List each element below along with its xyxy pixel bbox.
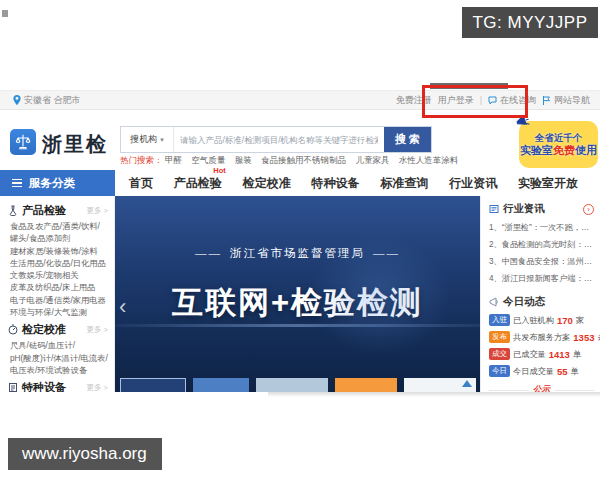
megaphone-icon	[514, 113, 531, 129]
category-link[interactable]: 电压表/环境试验设备	[0, 364, 114, 376]
sidebar-section-product-inspection[interactable]: 产品检验 更多 >	[0, 199, 114, 220]
category-link[interactable]: 食品及农产品/酒类/饮料/	[0, 220, 114, 232]
nav-item-product-inspection[interactable]: 产品检验Hot	[174, 175, 222, 192]
utility-bar: 安徽省 合肥市 免费注册 用户登录 | 在线咨询 网站导航	[0, 90, 600, 110]
hot-term[interactable]: 空气质量	[191, 155, 225, 165]
banner-card[interactable]	[120, 378, 186, 392]
carousel-prev-arrow[interactable]: ‹	[119, 294, 126, 320]
category-link[interactable]: 电子电器/通信类/家用电器	[0, 294, 114, 306]
site-name: 浙里检	[42, 131, 108, 158]
news-item[interactable]: 1、“浙里检”：一次不跑，事事…	[489, 222, 594, 233]
nav-item-calibration[interactable]: 检定校准	[243, 175, 291, 192]
gauge-icon	[8, 324, 18, 335]
nav-item-industry-news[interactable]: 行业资讯	[449, 175, 497, 192]
hero-carousel[interactable]: ——浙江省市场监督管理局—— 互联网+检验检测 ‹	[115, 196, 480, 392]
register-link[interactable]: 免费注册	[396, 94, 432, 107]
banner-cards-row	[120, 378, 476, 392]
stat-row: 今日 今日成交量55单	[489, 365, 594, 377]
banner-card[interactable]	[404, 378, 476, 392]
nav-item-standard-search[interactable]: 标准查询	[380, 175, 428, 192]
category-link[interactable]: 生活用品/化妆品/日化用品	[0, 257, 114, 269]
banner-card[interactable]	[193, 378, 249, 392]
nav-item-special-equipment[interactable]: 特种设备	[311, 175, 359, 192]
nav-item-home[interactable]: 首页	[129, 175, 153, 192]
stat-row: 成交 已成交量1413单	[489, 348, 594, 360]
caret-down-icon: ▾	[160, 136, 164, 144]
stat-badge: 发布	[489, 331, 510, 343]
hot-term[interactable]: 服装	[235, 155, 252, 165]
notice-divider: 公示	[489, 384, 594, 392]
category-link[interactable]: 皮革及纺织品/床上用品	[0, 281, 114, 293]
industry-news-header: 行业资讯 ›	[489, 202, 594, 216]
logo[interactable]	[10, 129, 36, 155]
stat-number: 170	[557, 315, 573, 326]
sidebar-section-special-equipment[interactable]: 特种设备 更多 >	[0, 376, 114, 392]
online-consult-link[interactable]: 在线咨询	[488, 94, 536, 107]
balance-scale-icon	[15, 134, 31, 150]
hot-term[interactable]: 水性人造革涂料	[399, 155, 459, 165]
dash-decoration: ——	[195, 247, 222, 259]
promo-badge[interactable]: 全省近千个 实验室免费使用	[519, 121, 598, 168]
hot-term[interactable]: 甲醛	[165, 155, 182, 165]
news-item[interactable]: 3、中国食品安全报：温州市水…	[489, 256, 594, 267]
search-input[interactable]	[174, 127, 384, 152]
more-link[interactable]: 更多 >	[87, 383, 108, 392]
right-panel: 行业资讯 › 1、“浙里检”：一次不跑，事事… 2、食品检测的高光时刻：明年食……	[480, 196, 600, 392]
dash-decoration: ——	[373, 247, 400, 259]
search-bar: 搜机构 ▾ 搜 索	[120, 126, 432, 153]
flag-icon	[542, 96, 551, 105]
more-link[interactable]: 更多 >	[87, 325, 108, 335]
promo-line1: 全省近千个	[535, 132, 583, 144]
hot-search-label: 热门搜索：	[120, 155, 163, 165]
stat-number: 1413	[549, 349, 570, 360]
hot-search-row: 热门搜索： 甲醛 空气质量 服装 食品接触用不锈钢制品 儿童家具 水性人造革涂料	[120, 155, 465, 167]
hot-term[interactable]: 食品接触用不锈钢制品	[261, 155, 346, 165]
news-more-arrow[interactable]: ›	[583, 204, 594, 215]
search-button[interactable]: 搜 索	[384, 127, 431, 152]
category-link[interactable]: pH(酸度)计/体温计/电流表/	[0, 352, 114, 364]
flask-icon	[8, 205, 18, 216]
news-item[interactable]: 2、食品检测的高光时刻：明年食…	[489, 239, 594, 250]
location-selector[interactable]: 安徽省 合肥市	[13, 94, 81, 107]
nav-item-lab-open[interactable]: 实验室开放	[518, 175, 578, 192]
category-link[interactable]: 罐头/食品添加剂	[0, 232, 114, 244]
triangle-up-icon	[462, 380, 472, 387]
page-cut-shadow	[268, 392, 600, 397]
service-category-label: 服务分类	[29, 176, 75, 191]
notice-label: 公示	[533, 384, 550, 392]
news-item[interactable]: 4、浙江日报新闻客户端：浙江打…	[489, 273, 594, 284]
stat-badge: 成交	[489, 348, 510, 360]
hot-term[interactable]: 儿童家具	[355, 155, 389, 165]
location-label: 安徽省 合肥市	[24, 94, 81, 107]
utility-divider: |	[480, 95, 482, 105]
banner-headline: 互联网+检验检测	[115, 282, 480, 324]
equipment-icon	[8, 382, 18, 392]
category-link[interactable]: 建材家居/装修装饰/涂料	[0, 245, 114, 257]
banner-org-line: ——浙江省市场监督管理局——	[115, 246, 480, 261]
location-pin-icon	[13, 95, 21, 105]
banner-card[interactable]	[256, 378, 328, 392]
newspaper-icon	[489, 204, 499, 214]
stat-number: 55	[557, 366, 568, 377]
banner-org: 浙江省市场监督管理局	[230, 247, 365, 259]
sitemap-link[interactable]: 网站导航	[542, 94, 590, 107]
login-link[interactable]: 用户登录	[438, 94, 474, 107]
stat-row: 发布 共发布服务方案1353条	[489, 331, 594, 343]
hamburger-icon	[12, 179, 22, 188]
category-sidebar: 产品检验 更多 > 食品及农产品/酒类/饮料/ 罐头/食品添加剂 建材家居/装修…	[0, 196, 115, 392]
sidebar-section-calibration[interactable]: 检定校准 更多 >	[0, 318, 114, 339]
annotation-strip	[430, 83, 508, 89]
chat-bubble-icon	[488, 96, 497, 105]
more-link[interactable]: 更多 >	[87, 206, 108, 216]
horn-icon	[489, 297, 499, 307]
banner-card[interactable]	[335, 378, 397, 392]
category-link[interactable]: 环境与环保/大气监测	[0, 306, 114, 318]
screenshot-artifact	[2, 10, 8, 17]
stat-number: 1353	[573, 332, 594, 343]
url-watermark: www.riyosha.org	[8, 438, 162, 470]
category-link[interactable]: 尺具/砝码/血压计/	[0, 339, 114, 351]
search-category-dropdown[interactable]: 搜机构 ▾	[121, 127, 174, 152]
category-link[interactable]: 文教娱乐/宠物相关	[0, 269, 114, 281]
today-stats-title: 今日动态	[503, 295, 545, 309]
service-category-button[interactable]: 服务分类	[0, 170, 115, 196]
